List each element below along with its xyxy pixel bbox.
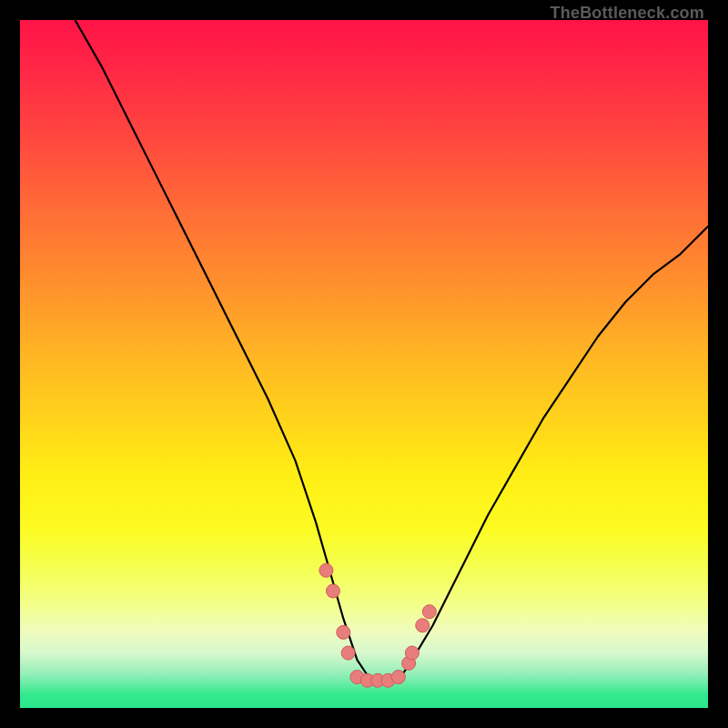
curve-marker xyxy=(422,605,436,619)
bottleneck-curve xyxy=(75,20,708,681)
plot-area xyxy=(20,20,708,708)
curve-markers xyxy=(319,563,436,687)
curve-marker xyxy=(391,670,405,683)
curve-marker xyxy=(326,584,339,598)
curve-marker xyxy=(405,646,419,660)
curve-marker xyxy=(341,646,355,660)
attribution-text: TheBottleneck.com xyxy=(551,4,704,23)
curve-marker xyxy=(337,625,350,639)
curve-marker xyxy=(319,563,333,577)
chart-svg xyxy=(20,20,708,708)
chart-frame: TheBottleneck.com xyxy=(0,0,728,728)
curve-marker xyxy=(416,619,430,632)
bottleneck-curve-path xyxy=(75,20,708,681)
